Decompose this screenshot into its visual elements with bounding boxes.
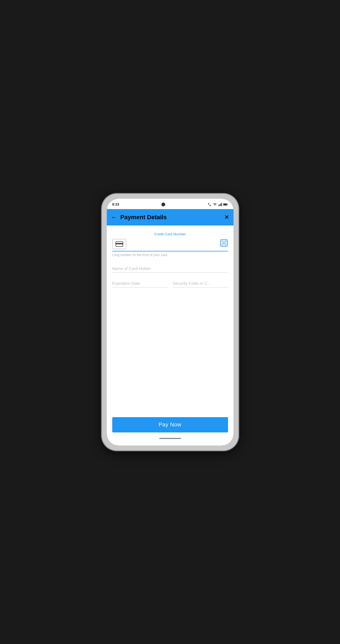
status-time: 9:33 — [112, 202, 119, 206]
status-bar: 9:33 — [107, 199, 233, 209]
home-indicator — [112, 438, 228, 441]
svg-rect-9 — [220, 240, 227, 247]
close-button[interactable]: ✕ — [224, 214, 229, 220]
battery-icon — [223, 203, 228, 206]
home-indicator-bar — [159, 438, 181, 439]
credit-card-icon — [116, 241, 123, 247]
phone-screen: 9:33 — [107, 199, 233, 446]
wifi-icon — [213, 203, 217, 206]
svg-rect-3 — [221, 203, 222, 206]
form-content: Credit Card Number — [107, 225, 233, 446]
svg-rect-1 — [219, 204, 220, 206]
card-holder-field — [112, 265, 228, 273]
security-input[interactable] — [173, 279, 228, 287]
svg-rect-15 — [221, 244, 222, 245]
scan-camera-icon — [220, 239, 228, 247]
svg-rect-0 — [218, 205, 219, 206]
spacer — [112, 294, 228, 414]
svg-rect-17 — [226, 244, 226, 245]
card-number-hint: Long number on the front of your card — [112, 253, 228, 257]
svg-rect-11 — [221, 241, 222, 243]
phone-device: 9:33 — [102, 194, 238, 450]
status-icons — [207, 203, 228, 206]
scan-icon[interactable] — [220, 239, 228, 249]
card-holder-input[interactable] — [112, 265, 228, 273]
svg-point-18 — [223, 242, 225, 244]
expiration-field — [112, 279, 167, 287]
security-field — [173, 279, 228, 287]
back-button[interactable]: ← — [111, 214, 117, 220]
credit-card-label: Credit Card Number — [112, 232, 228, 236]
signal-icon — [218, 203, 222, 206]
svg-rect-5 — [227, 204, 228, 205]
phone-inner: 9:33 — [107, 199, 233, 446]
svg-rect-6 — [223, 204, 227, 205]
pay-now-button[interactable]: Pay Now — [112, 417, 228, 432]
expiry-security-row — [112, 279, 228, 287]
svg-rect-2 — [220, 203, 221, 206]
card-icon-box — [112, 239, 126, 249]
svg-rect-13 — [226, 241, 226, 243]
pay-button-wrap: Pay Now — [112, 414, 228, 438]
call-icon — [207, 203, 212, 206]
card-number-row — [112, 239, 228, 251]
card-number-input[interactable] — [130, 241, 218, 247]
camera-dot — [161, 203, 165, 206]
expiration-input[interactable] — [112, 279, 167, 287]
page-title: Payment Details — [120, 214, 224, 221]
svg-rect-8 — [116, 243, 123, 244]
app-bar: ← Payment Details ✕ — [107, 209, 233, 225]
